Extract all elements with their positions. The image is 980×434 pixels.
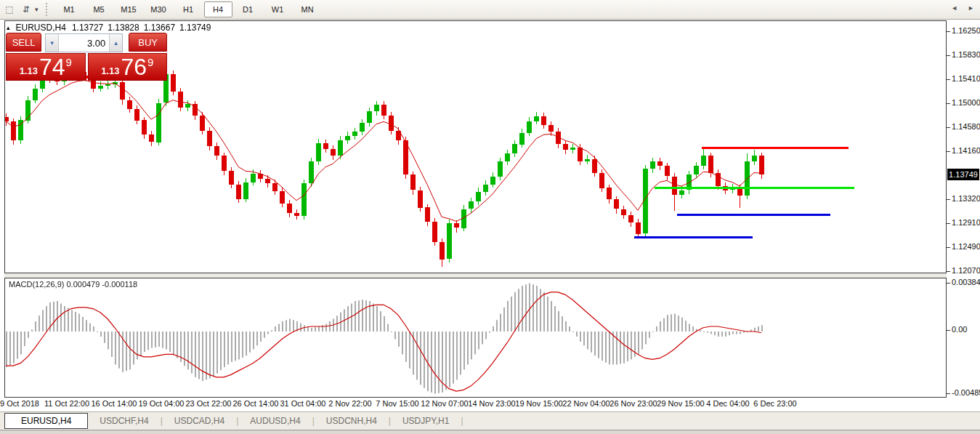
time-axis-label: 12 Nov 07:00 xyxy=(421,399,468,408)
buy-price-big: 76 xyxy=(121,55,147,79)
volume-increase-button[interactable]: ▲ xyxy=(109,34,122,52)
axis-tick-mark xyxy=(947,79,950,80)
tab-scroll-right-icon[interactable]: ► xyxy=(968,4,974,12)
time-axis-label: 7 Nov 15:00 xyxy=(376,399,418,408)
timeframe-button-m15[interactable]: M15 xyxy=(115,1,143,17)
chart-ohlc-header: ▴ EURUSD,H4 1.13727 1.13828 1.13667 1.13… xyxy=(7,23,211,33)
chart-symbol-label: EURUSD,H4 xyxy=(16,23,66,33)
timeframe-button-m30[interactable]: M30 xyxy=(145,1,173,17)
axis-tick-mark xyxy=(947,393,950,394)
time-axis[interactable]: 9 Oct 201811 Oct 22:0016 Oct 14:0019 Oct… xyxy=(5,399,946,409)
tab-usdjpy-h1[interactable]: USDJPY,H1 xyxy=(391,412,461,430)
sell-price-prefix: 1.13 xyxy=(20,65,38,76)
sell-price-display[interactable]: 1.13 74 9 xyxy=(6,53,86,81)
time-axis-label: 2 Nov 22:00 xyxy=(328,399,371,408)
timeframe-button-w1[interactable]: W1 xyxy=(264,1,292,17)
macd-canvas[interactable] xyxy=(5,278,946,397)
buy-price-prefix: 1.13 xyxy=(101,65,119,76)
tab-usdcad-h4[interactable]: USDCAD,H4 xyxy=(163,412,236,430)
chart-frame-icon[interactable]: ⬚ xyxy=(2,3,17,16)
volume-spinner: ▼ ▲ xyxy=(45,33,123,52)
axis-price-label: 1.13320 xyxy=(952,194,980,203)
chevron-down-icon[interactable]: ▾ xyxy=(35,6,39,13)
volume-decrease-button[interactable]: ▼ xyxy=(46,34,59,52)
axis-tick-mark xyxy=(947,151,950,152)
tab-audusd-h4[interactable]: AUDUSD,H4 xyxy=(238,412,312,430)
timeframe-button-d1[interactable]: D1 xyxy=(234,1,262,17)
current-price-tag: 1.13749 xyxy=(947,169,979,180)
volume-input[interactable] xyxy=(59,34,109,52)
macd-pane xyxy=(4,278,947,398)
tab-scroll-arrows: ◄ ► xyxy=(951,4,974,12)
axis-tick-mark xyxy=(947,55,950,56)
buy-button[interactable]: BUY xyxy=(129,33,167,52)
ohlc-open: 1.13727 xyxy=(72,23,103,33)
axis-price-label: 1.12910 xyxy=(952,218,980,227)
chart-arrows-icon[interactable]: ⇵ xyxy=(19,3,33,16)
chart-tab-bar: EURUSD,H4USDCHF,H4|USDCAD,H4|AUDUSD,H4|U… xyxy=(0,411,980,430)
tab-usdchf-h4[interactable]: USDCHF,H4 xyxy=(88,412,160,430)
time-axis-label: 16 Oct 14:00 xyxy=(92,399,137,408)
tab-scroll-left-icon[interactable]: ◄ xyxy=(951,4,957,12)
time-axis-label: 31 Oct 04:00 xyxy=(280,399,326,408)
time-axis-label: 29 Nov 15:00 xyxy=(657,399,704,408)
macd-indicator-label: MACD(12,26,9) 0.000479 -0.000118 xyxy=(9,280,137,289)
tab-eurusd-h4[interactable]: EURUSD,H4 xyxy=(4,413,88,429)
axis-tick-mark xyxy=(947,199,950,200)
axis-tick-mark xyxy=(947,271,950,272)
timeframe-button-mn[interactable]: MN xyxy=(293,1,322,17)
axis-tick-mark xyxy=(947,31,950,32)
axis-price-label: 1.15410 xyxy=(952,74,980,83)
one-click-trading-panel: SELL ▼ ▲ BUY 1.13 74 9 1.13 76 9 xyxy=(6,33,167,81)
axis-tick-mark xyxy=(947,223,950,224)
sell-price-sup: 9 xyxy=(66,56,72,68)
axis-price-label: 1.14160 xyxy=(952,146,980,155)
timeframe-button-h1[interactable]: H1 xyxy=(174,1,203,17)
timeframe-button-h4[interactable]: H4 xyxy=(204,1,232,17)
time-axis-label: 22 Nov 04:00 xyxy=(562,399,610,408)
axis-tick-mark xyxy=(947,103,950,104)
time-axis-label: 6 Dec 23:00 xyxy=(753,399,796,408)
time-axis-label: 23 Oct 22:00 xyxy=(186,399,232,408)
axis-price-label: 1.12070 xyxy=(952,266,980,275)
mt4-window: { "toolbar": { "timeframes": ["M1","M5",… xyxy=(0,0,980,434)
time-axis-label: 26 Oct 14:00 xyxy=(233,399,279,408)
buy-price-sup: 9 xyxy=(147,56,153,68)
axis-price-label: 0.003847 xyxy=(952,278,980,286)
time-axis-label: 19 Oct 04:00 xyxy=(139,399,185,408)
time-axis-label: 14 Nov 23:00 xyxy=(468,399,515,408)
axis-price-label: 1.12490 xyxy=(952,242,980,251)
time-axis-label: 4 Dec 04:00 xyxy=(706,399,749,408)
timeframe-button-m5[interactable]: M5 xyxy=(85,1,113,17)
window-bottom-edge xyxy=(0,430,980,434)
time-axis-label: 19 Nov 15:00 xyxy=(515,399,562,408)
axis-price-label: 1.14580 xyxy=(952,122,980,131)
toolbar-grip xyxy=(46,3,50,16)
axis-price-label: 1.15830 xyxy=(952,50,980,59)
axis-tick-mark xyxy=(947,283,950,284)
axis-tick-mark xyxy=(947,127,950,128)
ohlc-low: 1.13667 xyxy=(144,23,175,33)
tab-usdcnh-h4[interactable]: USDCNH,H4 xyxy=(315,412,389,430)
tab-separator: | xyxy=(461,412,463,430)
sell-price-big: 74 xyxy=(39,55,65,79)
time-axis-label: 11 Oct 22:00 xyxy=(44,399,89,408)
axis-price-label: 1.16250 xyxy=(952,26,980,35)
axis-price-label: -0.004856 xyxy=(952,388,980,397)
buy-price-display[interactable]: 1.13 76 9 xyxy=(88,53,168,81)
axis-price-label: 1.15000 xyxy=(952,98,980,107)
panel-collapse-icon[interactable]: ▴ xyxy=(7,24,10,31)
axis-price-label: 0.00 xyxy=(952,325,967,334)
timeframe-button-m1[interactable]: M1 xyxy=(55,1,84,17)
time-axis-label: 9 Oct 2018 xyxy=(0,399,39,408)
timeframe-button-group: M1M5M15M30H1H4D1W1MN xyxy=(54,1,323,17)
ohlc-close: 1.13749 xyxy=(179,23,211,33)
sell-button[interactable]: SELL xyxy=(6,33,41,52)
time-axis-label: 26 Nov 23:00 xyxy=(610,399,657,408)
axis-tick-mark xyxy=(947,247,950,248)
axis-tick-mark xyxy=(947,330,950,331)
toolbar: ⬚ ⇵ ▾ M1M5M15M30H1H4D1W1MN xyxy=(0,0,980,20)
ohlc-high: 1.13828 xyxy=(108,23,139,33)
